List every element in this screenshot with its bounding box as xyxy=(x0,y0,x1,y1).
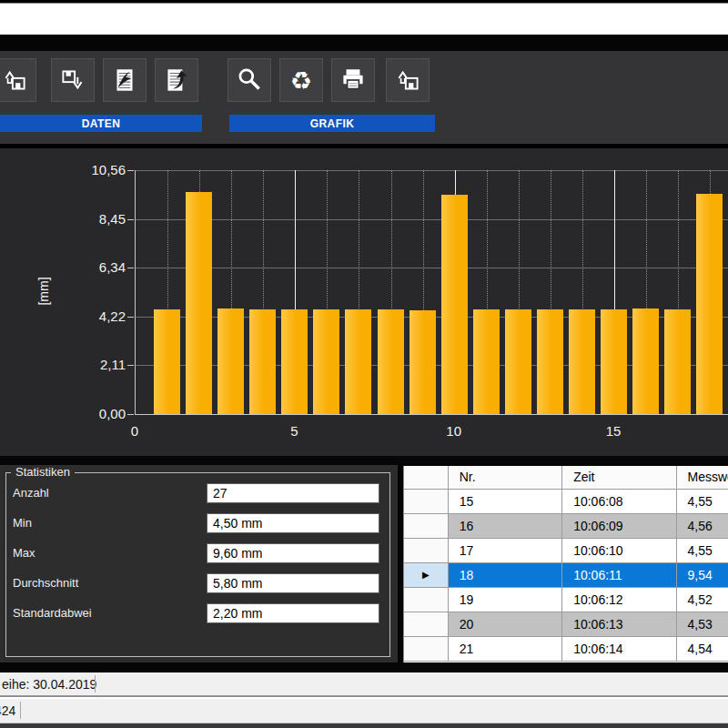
table-row[interactable]: 1610:06:094,56 xyxy=(404,514,728,539)
table-row[interactable]: 1710:06:104,55 xyxy=(404,539,728,563)
chart-bar xyxy=(601,309,627,414)
table-row[interactable]: ▶1810:06:119,54 xyxy=(404,563,728,588)
chart-bar xyxy=(632,308,659,414)
chart-panel: [mm] 0,002,114,226,348,4510,56051015 xyxy=(0,148,728,456)
h-gridline xyxy=(136,170,728,171)
refresh-graphic-button[interactable]: ♻ xyxy=(279,58,323,102)
cell-zeit: 10:06:10 xyxy=(562,539,676,563)
export-data-button[interactable] xyxy=(155,58,198,102)
y-tick-mark xyxy=(127,268,134,268)
cell-messwert: 4,54 xyxy=(677,637,728,662)
cell-nr: 19 xyxy=(449,588,562,612)
y-axis-title: [mm] xyxy=(36,268,55,314)
toolbar-group-label-daten: DATEN xyxy=(0,115,202,132)
floppy-arrow-up-icon xyxy=(0,65,30,96)
status-text-date: eihe: 30.04.2019 xyxy=(2,677,96,692)
x-tick-label: 5 xyxy=(274,423,314,439)
window-bottom-strip xyxy=(0,723,728,728)
table-header-row: Nr.ZeitMesswert xyxy=(404,466,728,490)
save-data-button[interactable] xyxy=(51,58,95,102)
status-separator xyxy=(20,702,21,719)
column-header-zeit[interactable]: Zeit xyxy=(562,466,676,490)
floppy-arrow-up-icon xyxy=(392,65,423,96)
chart-bar xyxy=(154,309,180,414)
row-header-cell[interactable]: ▶ xyxy=(404,563,449,588)
chart-bar xyxy=(696,194,723,414)
cell-zeit: 10:06:11 xyxy=(562,563,676,588)
row-header-cell[interactable] xyxy=(404,539,449,563)
table-row[interactable]: 1510:06:084,55 xyxy=(404,490,728,514)
h-gridline xyxy=(136,268,728,268)
cell-zeit: 10:06:08 xyxy=(562,490,676,514)
toolbar: ♻ DATEN GRAFIK xyxy=(0,51,728,144)
stat-label: Anzahl xyxy=(13,486,49,500)
floppy-arrow-down-icon xyxy=(57,65,88,96)
print-graphic-button[interactable] xyxy=(331,58,375,102)
toolbar-group-label-grafik: GRAFIK xyxy=(229,115,435,132)
document-swoosh-icon xyxy=(109,65,140,96)
row-header-cell[interactable] xyxy=(404,490,449,514)
table-row[interactable]: 1910:06:124,52 xyxy=(404,588,728,612)
chart-bar xyxy=(281,309,308,414)
status-separator xyxy=(95,675,96,693)
cell-zeit: 10:06:14 xyxy=(562,637,676,662)
document-arrow-icon xyxy=(161,65,192,96)
y-tick-label: 2,11 xyxy=(75,357,126,372)
cell-messwert: 4,55 xyxy=(677,490,728,514)
y-tick-label: 8,45 xyxy=(75,211,126,227)
chart-bar xyxy=(569,309,595,414)
y-tick-mark xyxy=(127,365,134,366)
stat-value-field[interactable]: 27 xyxy=(207,483,379,503)
stat-value-field[interactable]: 9,60 mm xyxy=(207,543,379,563)
status-bar-count: 424 xyxy=(0,699,728,723)
row-header-cell[interactable] xyxy=(404,588,449,612)
plot-area[interactable] xyxy=(135,170,728,415)
row-header-cell[interactable] xyxy=(404,514,449,539)
row-header-cell[interactable] xyxy=(404,637,449,662)
stats-groupbox-title: Statistiken xyxy=(11,465,75,479)
column-header-messwert[interactable]: Messwert xyxy=(677,466,728,490)
menu-strip xyxy=(0,3,728,35)
y-tick-mark xyxy=(127,170,134,171)
load-data-button[interactable] xyxy=(0,58,36,102)
chart-bar xyxy=(249,309,276,414)
chart-bar xyxy=(345,309,371,414)
y-tick-label: 10,56 xyxy=(75,162,126,177)
cell-messwert: 9,54 xyxy=(677,563,728,588)
zoom-graphic-button[interactable] xyxy=(228,58,271,102)
y-tick-mark xyxy=(127,317,134,318)
chart-bar xyxy=(441,195,468,414)
y-tick-label: 4,22 xyxy=(75,308,126,324)
stat-label: Max xyxy=(13,546,35,560)
column-header-nr[interactable]: Nr. xyxy=(449,466,562,490)
chart-bar xyxy=(378,309,404,414)
bottom-section: Statistiken Anzahl27Min4,50 mmMax9,60 mm… xyxy=(0,456,728,672)
data-table[interactable]: Nr.ZeitMesswert1510:06:084,551610:06:094… xyxy=(403,466,728,662)
h-gridline xyxy=(136,219,728,220)
stat-label: Min xyxy=(13,516,32,530)
save-graphic-button[interactable] xyxy=(386,58,430,102)
table-row[interactable]: 2110:06:144,54 xyxy=(404,637,728,662)
y-tick-mark xyxy=(127,219,134,220)
stat-value-field[interactable]: 4,50 mm xyxy=(207,513,379,533)
y-tick-mark xyxy=(127,414,134,415)
cell-zeit: 10:06:13 xyxy=(562,612,676,637)
table-row[interactable]: 2010:06:134,53 xyxy=(404,612,728,637)
cell-zeit: 10:06:09 xyxy=(562,514,676,539)
recycle-icon: ♻ xyxy=(290,68,312,93)
x-tick-label: 15 xyxy=(593,423,633,439)
x-tick-label: 10 xyxy=(434,423,474,439)
chart-bar xyxy=(537,309,563,414)
y-tick-label: 0,00 xyxy=(75,406,126,421)
cell-nr: 16 xyxy=(449,514,562,539)
clear-data-button[interactable] xyxy=(103,58,147,102)
cell-nr: 18 xyxy=(449,563,562,588)
chart-bar xyxy=(505,309,531,414)
stat-value-field[interactable]: 2,20 mm xyxy=(207,603,379,623)
status-bar-date: eihe: 30.04.2019 xyxy=(0,672,728,696)
stat-value-field[interactable]: 5,80 mm xyxy=(207,573,379,593)
cell-nr: 20 xyxy=(449,612,562,637)
row-header-cell[interactable] xyxy=(404,612,449,637)
separator-strip xyxy=(0,35,728,51)
chart-bar xyxy=(217,308,244,414)
